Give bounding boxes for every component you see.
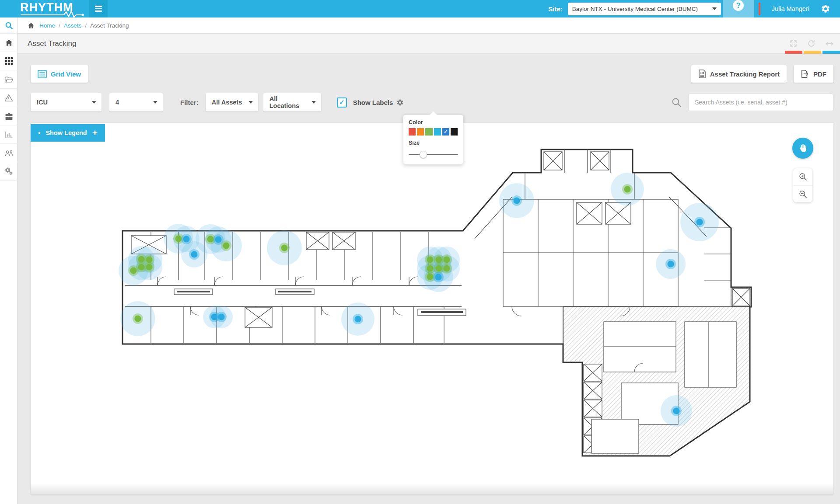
report-document-icon: [698, 70, 706, 78]
sidebar-item-home[interactable]: [0, 34, 18, 52]
grid-view-label: Grid View: [51, 70, 81, 78]
show-legend-label: Show Legend: [46, 129, 87, 136]
color-swatch[interactable]: [451, 128, 458, 136]
app-logo: RHYTHM: [20, 0, 86, 17]
asset-marker-green[interactable]: [130, 268, 137, 274]
pdf-button[interactable]: PDF: [794, 65, 833, 83]
asset-marker-blue[interactable]: [435, 274, 442, 281]
hamburger-menu-button[interactable]: [89, 0, 108, 17]
assets-filter-value: All Assets: [212, 99, 246, 106]
refresh-icon[interactable]: [807, 39, 816, 48]
asset-marker-green[interactable]: [223, 243, 230, 249]
bar-chart-icon: [5, 131, 13, 139]
label-settings-popover: Color ✓ Size: [403, 115, 463, 165]
color-swatch[interactable]: [425, 128, 432, 136]
top-bar: RHYTHM Site: Baylor NTX - University Med…: [0, 0, 840, 17]
asset-marker-blue[interactable]: [514, 198, 520, 204]
sidebar-item-search[interactable]: [0, 17, 18, 34]
home-icon[interactable]: [27, 22, 35, 29]
asset-marker-green[interactable]: [624, 186, 631, 193]
sidebar-item-files[interactable]: [0, 70, 18, 89]
briefcase-icon: [5, 112, 13, 120]
breadcrumb-assets-link[interactable]: Assets: [64, 22, 82, 29]
slider-track: [409, 154, 458, 155]
asset-tracking-report-button[interactable]: Asset Tracking Report: [691, 65, 787, 83]
unit-dropdown-value: ICU: [37, 99, 89, 106]
asset-marker-blue[interactable]: [215, 236, 222, 243]
hand-icon: [798, 143, 808, 153]
asset-marker-green[interactable]: [444, 265, 450, 272]
color-swatches: ✓: [409, 128, 458, 136]
gears-icon: [4, 167, 13, 175]
pdf-label: PDF: [813, 70, 826, 78]
fullscreen-icon[interactable]: [789, 39, 798, 48]
asset-marker-blue[interactable]: [218, 314, 225, 320]
asset-marker-green[interactable]: [427, 257, 434, 263]
chevron-down-icon: [312, 101, 316, 104]
sidebar-item-assets[interactable]: [0, 107, 18, 125]
asset-marker-green[interactable]: [135, 316, 141, 322]
asset-marker-blue[interactable]: [183, 236, 190, 243]
sidebar-item-alerts[interactable]: [0, 89, 18, 107]
asset-marker-blue[interactable]: [668, 261, 674, 268]
unit-dropdown[interactable]: ICU: [31, 93, 102, 111]
asset-marker-green[interactable]: [175, 236, 182, 242]
asset-marker-blue[interactable]: [696, 219, 703, 226]
floorplan-canvas[interactable]: ● Show Legend +: [31, 123, 833, 494]
page-title: Asset Tracking: [28, 39, 77, 48]
show-labels-checkbox[interactable]: ✓: [337, 97, 347, 108]
color-swatch[interactable]: ✓: [442, 128, 449, 136]
size-slider[interactable]: [409, 151, 458, 158]
zoom-in-button[interactable]: [793, 168, 812, 185]
asset-marker-green[interactable]: [207, 236, 214, 243]
asset-marker-blue[interactable]: [191, 251, 198, 258]
title-bar: Asset Tracking: [18, 34, 840, 54]
site-select[interactable]: Baylor NTX - University Medical Center (…: [568, 3, 721, 15]
breadcrumb-home-link[interactable]: Home: [39, 22, 55, 29]
legend-dot-icon: ●: [38, 131, 40, 135]
show-legend-button[interactable]: ● Show Legend +: [31, 124, 105, 142]
search-input[interactable]: [688, 94, 833, 111]
status-bars: [785, 51, 840, 54]
sidebar-item-reports[interactable]: [0, 125, 18, 144]
pan-tool-button[interactable]: [792, 138, 813, 159]
asset-marker-green[interactable]: [427, 274, 434, 280]
size-label: Size: [409, 140, 458, 146]
slider-handle[interactable]: [420, 151, 427, 158]
settings-gear-icon[interactable]: [821, 4, 830, 14]
asset-marker-green[interactable]: [427, 265, 434, 272]
sidebar-item-settings[interactable]: [0, 162, 18, 181]
search-icon: [5, 21, 13, 30]
user-name[interactable]: Julia Mangeri: [772, 5, 809, 12]
asset-marker-green[interactable]: [436, 265, 442, 272]
asset-marker-green[interactable]: [138, 256, 145, 263]
floorplan-drawing[interactable]: [31, 123, 833, 494]
asset-marker-green[interactable]: [281, 245, 288, 251]
toolbar-row-1: Grid View Asset Tracking Report PDF: [31, 65, 833, 83]
color-swatch[interactable]: [434, 128, 441, 136]
asset-marker-green[interactable]: [146, 264, 153, 271]
locations-filter-dropdown[interactable]: All Locations: [263, 93, 321, 111]
header-divider: [759, 3, 760, 15]
asset-marker-blue[interactable]: [673, 408, 680, 414]
assets-filter-dropdown[interactable]: All Assets: [206, 93, 258, 111]
color-swatch[interactable]: [409, 128, 416, 136]
floor-dropdown[interactable]: 4: [109, 93, 163, 111]
grid-view-button[interactable]: Grid View: [31, 65, 88, 83]
sidebar-item-users[interactable]: [0, 144, 18, 162]
asset-marker-green[interactable]: [436, 257, 442, 263]
zoom-controls: [793, 168, 812, 202]
asset-marker-blue[interactable]: [355, 316, 361, 323]
users-icon: [4, 149, 14, 157]
filter-label: Filter:: [180, 99, 199, 106]
color-swatch[interactable]: [417, 128, 424, 136]
sidebar-item-apps[interactable]: [0, 52, 18, 70]
floor-dropdown-value: 4: [116, 99, 150, 106]
asset-marker-green[interactable]: [138, 264, 145, 271]
label-settings-gear-icon[interactable]: [396, 99, 404, 106]
asset-marker-green[interactable]: [444, 257, 450, 263]
zoom-out-button[interactable]: [793, 185, 812, 202]
list-view-icon: [38, 70, 47, 78]
resize-horizontal-icon[interactable]: [825, 40, 834, 47]
asset-tracking-report-label: Asset Tracking Report: [710, 70, 780, 78]
